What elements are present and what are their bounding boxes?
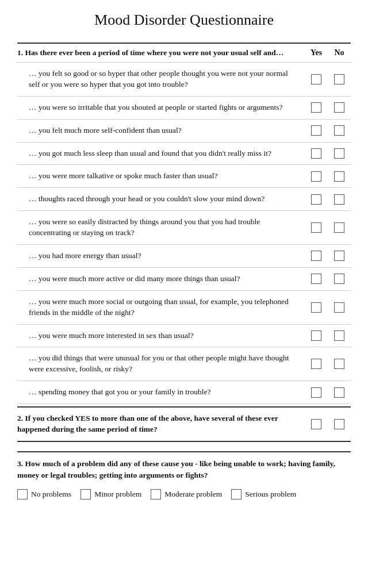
question-row-10: … you were much more social or outgoing … — [17, 291, 351, 325]
question-1-yes-checkbox[interactable] — [311, 74, 321, 84]
question-row-4: … you got much less sleep than usual and… — [17, 143, 351, 166]
question-7-no-checkbox[interactable] — [334, 222, 344, 233]
question-9-yes-checkbox[interactable] — [311, 274, 321, 284]
question-8-yes-checkbox[interactable] — [311, 251, 321, 261]
problem-option-3-checkbox[interactable] — [231, 489, 241, 499]
problem-option-2-checkbox[interactable] — [151, 489, 161, 499]
problem-option-2-label: Moderate problem — [164, 490, 222, 499]
section3: 3. How much of a problem did any of thes… — [17, 451, 351, 500]
section2-question: 2. If you checked YES to more than one o… — [17, 413, 305, 435]
question-row-8: … you had more energy than usual? — [17, 245, 351, 268]
section1-header: 1. Has there ever been a period of time … — [17, 43, 351, 63]
question-row-7: … you were so easily distracted by thing… — [17, 211, 351, 245]
problem-option-1-checkbox[interactable] — [80, 489, 91, 499]
section3-question: 3. How much of a problem did any of thes… — [17, 458, 351, 482]
question-text-3: … you felt much more self-confident than… — [29, 125, 305, 136]
question-7-yes-checkbox[interactable] — [311, 222, 321, 233]
section2-yes-checkbox[interactable] — [311, 419, 321, 429]
question-text-8: … you had more energy than usual? — [29, 251, 305, 262]
question-13-yes-checkbox[interactable] — [311, 387, 321, 398]
question-13-no-checkbox[interactable] — [334, 387, 344, 398]
question-8-no-checkbox[interactable] — [334, 251, 344, 261]
question-4-no-checkbox[interactable] — [334, 148, 344, 159]
section1-questions: … you felt so good or so hyper that othe… — [17, 63, 351, 404]
question-9-no-checkbox[interactable] — [334, 274, 344, 284]
question-5-yes-checkbox[interactable] — [311, 171, 321, 182]
question-row-2: … you were so irritable that you shouted… — [17, 97, 351, 120]
question-text-12: … you did things that were unusual for y… — [29, 353, 305, 375]
question-1-no-checkbox[interactable] — [334, 74, 344, 84]
question-2-yes-checkbox[interactable] — [311, 102, 321, 113]
problem-option-0-label: No problems — [31, 490, 71, 499]
question-row-13: … spending money that got you or your fa… — [17, 381, 351, 404]
question-row-5: … you were more talkative or spoke much … — [17, 165, 351, 188]
question-row-3: … you felt much more self-confident than… — [17, 120, 351, 143]
col-yes-label: Yes — [305, 48, 328, 57]
section1-question-text: 1. Has there ever been a period of time … — [17, 48, 305, 57]
problem-option-1: Minor problem — [80, 489, 141, 499]
question-5-no-checkbox[interactable] — [334, 171, 344, 182]
problem-option-0: No problems — [17, 489, 71, 499]
question-2-no-checkbox[interactable] — [334, 102, 344, 113]
question-11-yes-checkbox[interactable] — [311, 330, 321, 341]
problem-option-1-label: Minor problem — [94, 490, 141, 499]
question-text-9: … you were much more active or did many … — [29, 274, 305, 285]
question-text-10: … you were much more social or outgoing … — [29, 297, 305, 318]
question-3-yes-checkbox[interactable] — [311, 125, 321, 136]
question-3-no-checkbox[interactable] — [334, 125, 344, 136]
question-12-no-checkbox[interactable] — [334, 359, 344, 369]
question-row-9: … you were much more active or did many … — [17, 268, 351, 291]
question-text-11: … you were much more interested in sex t… — [29, 330, 305, 341]
question-text-6: … thoughts raced through your head or yo… — [29, 194, 305, 205]
problem-option-3-label: Serious problem — [245, 490, 296, 499]
question-6-yes-checkbox[interactable] — [311, 194, 321, 205]
question-text-7: … you were so easily distracted by thing… — [29, 217, 305, 239]
question-text-1: … you felt so good or so hyper that othe… — [29, 68, 305, 90]
question-11-no-checkbox[interactable] — [334, 330, 344, 341]
question-text-5: … you were more talkative or spoke much … — [29, 171, 305, 182]
section2-row: 2. If you checked YES to more than one o… — [17, 406, 351, 442]
problem-options: No problems Minor problem Moderate probl… — [17, 489, 351, 499]
question-4-yes-checkbox[interactable] — [311, 148, 321, 159]
question-text-2: … you were so irritable that you shouted… — [29, 102, 305, 113]
question-text-4: … you got much less sleep than usual and… — [29, 148, 305, 159]
question-row-1: … you felt so good or so hyper that othe… — [17, 63, 351, 97]
section2-no-checkbox[interactable] — [334, 419, 344, 429]
question-10-no-checkbox[interactable] — [334, 302, 344, 313]
problem-option-3: Serious problem — [231, 489, 296, 499]
page-title: Mood Disorder Questionnaire — [17, 11, 351, 29]
col-no-label: No — [328, 48, 351, 57]
question-row-12: … you did things that were unusual for y… — [17, 347, 351, 381]
question-text-13: … spending money that got you or your fa… — [29, 387, 305, 398]
problem-option-0-checkbox[interactable] — [17, 489, 28, 499]
question-10-yes-checkbox[interactable] — [311, 302, 321, 313]
question-row-6: … thoughts raced through your head or yo… — [17, 188, 351, 211]
problem-option-2: Moderate problem — [151, 489, 222, 499]
question-6-no-checkbox[interactable] — [334, 194, 344, 205]
question-12-yes-checkbox[interactable] — [311, 359, 321, 369]
question-row-11: … you were much more interested in sex t… — [17, 325, 351, 348]
